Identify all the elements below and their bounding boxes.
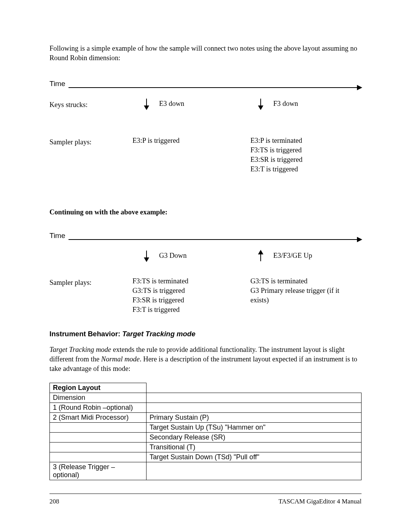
table-cell	[50, 452, 147, 462]
arrow-down-icon	[146, 99, 147, 109]
table-blank	[146, 383, 361, 393]
key-event-1: E3 down	[159, 100, 184, 108]
heading-prefix: Instrument Behavior:	[49, 330, 122, 338]
sampler-line: G3:TS is terminated	[250, 276, 349, 286]
intro-paragraph: Following is a simple example of how the…	[49, 44, 362, 63]
arrow-down-icon	[260, 99, 261, 109]
sampler-line: G3 Primary release trigger (if it exists…	[250, 286, 349, 305]
time-label: Time	[49, 80, 65, 88]
diagram-1: Time Keys strucks: E3 down F3 down Sampl…	[49, 78, 362, 174]
diagram-2: Time G3 Down E3/F3/GE Up Sampler plays:	[49, 230, 362, 315]
time-label: Time	[49, 232, 65, 240]
table-row: 1 (Round Robin –optional)	[50, 403, 362, 412]
para-italic-2: Normal mode	[101, 355, 140, 363]
para-italic-1: Target Tracking mode	[49, 346, 111, 353]
table-cell	[50, 442, 147, 452]
sampler-line: G3:TS is triggered	[132, 286, 188, 296]
sampler-line: F3:T is triggered	[132, 305, 188, 315]
footer-title: TASCAM GigaEditor 4 Manual	[279, 498, 362, 505]
continuing-heading: Continuing on with the above example:	[49, 208, 362, 216]
blank-label	[49, 251, 118, 261]
table-row: Target Sustain Down (TSd) "Pull off"	[50, 452, 362, 462]
table-cell: 3 (Release Trigger – optional)	[50, 462, 147, 480]
sampler-line: E3:P is triggered	[132, 136, 180, 145]
key-event-3: G3 Down	[159, 252, 186, 260]
key-event-4: E3/F3/GE Up	[273, 252, 312, 260]
page-number: 208	[49, 498, 59, 505]
sampler-line: E3:SR is triggered	[250, 155, 303, 165]
table-cell	[50, 432, 147, 442]
sampler-line: E3:T is triggered	[250, 165, 303, 174]
key-event-2: F3 down	[273, 100, 298, 108]
table-cell: 2 (Smart Midi Processor)	[50, 412, 147, 422]
section-heading: Instrument Behavior: Target Tracking mod…	[49, 330, 362, 338]
sampler-line: F3:TS is triggered	[250, 145, 303, 155]
arrow-up-icon	[260, 251, 261, 261]
heading-mode: Target Tracking mode	[122, 330, 195, 338]
page-footer: 208 TASCAM GigaEditor 4 Manual	[49, 494, 362, 505]
sampler-line: F3:TS is terminated	[132, 276, 188, 286]
region-layout-table: Region Layout Dimension 1 (Round Robin –…	[49, 383, 362, 480]
arrow-down-icon	[146, 251, 147, 261]
table-row: 3 (Release Trigger – optional)	[50, 462, 362, 480]
sampler-line: E3:P is terminated	[250, 136, 303, 145]
table-cell	[146, 462, 361, 480]
table-cell: Target Sustain Up (TSu) "Hammer on"	[146, 422, 361, 432]
table-cell: Transitional (T)	[146, 442, 361, 452]
timeline-arrow-icon	[68, 239, 362, 240]
timeline-arrow-icon	[68, 87, 362, 88]
keys-struck-label: Keys strucks:	[49, 99, 118, 109]
sampler-plays-label: Sampler plays:	[49, 276, 118, 315]
table-header: Region Layout	[50, 383, 147, 393]
table-cell: Target Sustain Down (TSd) "Pull off"	[146, 452, 361, 462]
sampler-line: F3:SR is triggered	[132, 296, 188, 305]
table-cell	[50, 422, 147, 432]
table-cell: Primary Sustain (P)	[146, 412, 361, 422]
table-row: Target Sustain Up (TSu) "Hammer on"	[50, 422, 362, 432]
table-row: 2 (Smart Midi Processor) Primary Sustain…	[50, 412, 362, 422]
table-cell: 1 (Round Robin –optional)	[50, 403, 147, 412]
table-row: Secondary Release (SR)	[50, 432, 362, 442]
sampler-plays-label: Sampler plays:	[49, 136, 118, 174]
table-cell: Secondary Release (SR)	[146, 432, 361, 442]
body-paragraph: Target Tracking mode extends the rule to…	[49, 345, 362, 374]
table-cell	[146, 403, 361, 412]
table-row: Transitional (T)	[50, 442, 362, 452]
table-cell: Dimension	[50, 393, 147, 403]
table-cell	[146, 393, 361, 403]
table-row: Dimension	[50, 393, 362, 403]
